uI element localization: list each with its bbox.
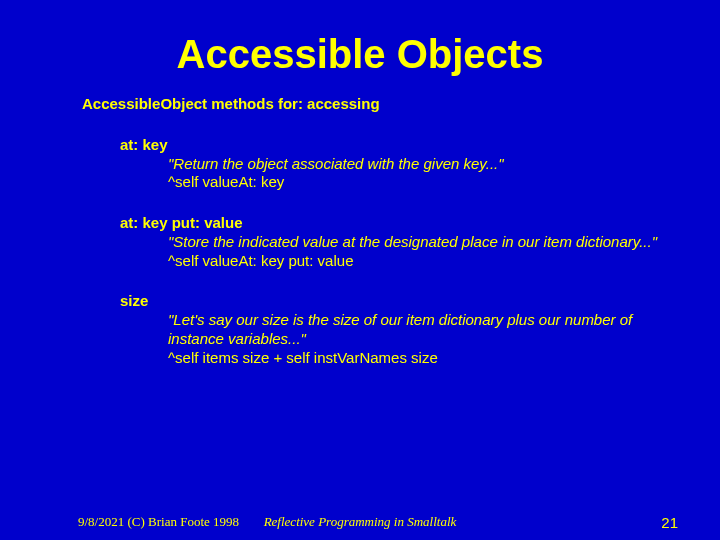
footer-title: Reflective Programming in Smalltalk bbox=[0, 514, 720, 530]
method-block: at: key put: value "Store the indicated … bbox=[120, 214, 680, 270]
method-signature: at: key bbox=[120, 136, 680, 155]
slide-number: 21 bbox=[661, 514, 678, 531]
method-body: "Return the object associated with the g… bbox=[168, 155, 680, 193]
method-block: at: key "Return the object associated wi… bbox=[120, 136, 680, 192]
method-block: size "Let's say our size is the size of … bbox=[120, 292, 680, 367]
method-comment: "Let's say our size is the size of our i… bbox=[168, 311, 680, 349]
slide-title: Accessible Objects bbox=[0, 0, 720, 95]
method-comment: "Store the indicated value at the design… bbox=[168, 233, 680, 252]
slide-content: AccessibleObject methods for: accessing … bbox=[0, 95, 720, 367]
section-header: AccessibleObject methods for: accessing bbox=[82, 95, 680, 114]
method-signature: at: key put: value bbox=[120, 214, 680, 233]
method-body: "Store the indicated value at the design… bbox=[168, 233, 680, 271]
method-code: ^self valueAt: key put: value bbox=[168, 252, 680, 271]
method-body: "Let's say our size is the size of our i… bbox=[168, 311, 680, 367]
method-comment: "Return the object associated with the g… bbox=[168, 155, 680, 174]
slide: Accessible Objects AccessibleObject meth… bbox=[0, 0, 720, 540]
method-code: ^self valueAt: key bbox=[168, 173, 680, 192]
method-code: ^self items size + self instVarNames siz… bbox=[168, 349, 680, 368]
method-signature: size bbox=[120, 292, 680, 311]
